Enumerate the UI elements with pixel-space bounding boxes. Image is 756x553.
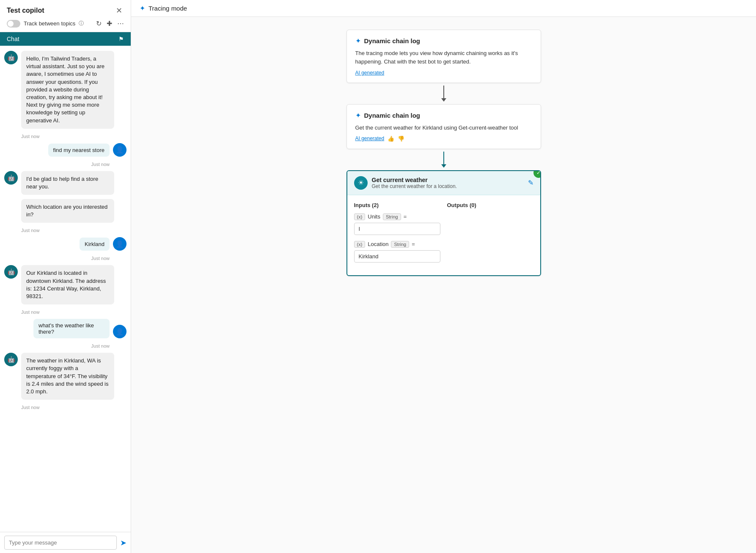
input-row-units: (x) Units String = I <box>354 213 440 235</box>
arrow-connector-1 <box>441 83 446 104</box>
info-icon[interactable]: ⓘ <box>79 20 84 27</box>
bot-message-row-1: 🤖 Hello, I'm Tailwind Traders, a virtual… <box>4 51 126 129</box>
timestamp-7: Just now <box>21 405 126 410</box>
close-button[interactable]: ✕ <box>114 6 124 15</box>
track-toggle[interactable] <box>7 20 20 28</box>
user-avatar-1: 👤 <box>113 143 126 157</box>
timestamp-3: Just now <box>21 228 126 233</box>
ai-generated-2[interactable]: AI generated <box>355 135 385 141</box>
tracing-icon: ✦ <box>140 4 145 12</box>
tool-title-block: Get current weather Get the current weat… <box>372 177 524 189</box>
user-message-row-1: find my nearest store 👤 <box>4 143 126 157</box>
chain-body-1: The tracing mode lets you view how dynam… <box>355 49 532 66</box>
chat-messages: 🤖 Hello, I'm Tailwind Traders, a virtual… <box>0 46 131 532</box>
add-icon[interactable]: ✚ <box>107 19 112 28</box>
ai-generated-1[interactable]: AI generated <box>355 70 385 76</box>
user-message-row-3: what's the weather like there? 👤 <box>4 319 126 338</box>
chat-tab-bar: Chat ⚑ <box>0 32 131 46</box>
chat-tab-label[interactable]: Chat <box>7 36 19 42</box>
input-tag-row-units: (x) Units String = <box>354 213 440 220</box>
flag-icon[interactable]: ⚑ <box>118 36 124 42</box>
arrow-connector-2 <box>441 149 446 170</box>
input-row-location: (x) Location String = Kirkland <box>354 241 440 263</box>
bot-message-row-5: 🤖 The weather in Kirkland, WA is current… <box>4 353 126 400</box>
bot-bubble-2: I'd be glad to help find a store near yo… <box>21 171 114 195</box>
bot-avatar-1: 🤖 <box>4 51 18 64</box>
outputs-section: Outputs (0) <box>447 202 533 268</box>
ai-generated-row-2: AI generated 👍 👎 <box>355 135 532 142</box>
bot-avatar-4: 🤖 <box>4 265 18 279</box>
timestamp-4: Just now <box>4 256 110 261</box>
timestamp-5: Just now <box>21 310 126 315</box>
tool-title: Get current weather <box>372 177 524 183</box>
user-message-row-2: Kirkland 👤 <box>4 237 126 251</box>
outputs-title: Outputs (0) <box>447 202 533 208</box>
chain-title-2: Dynamic chain log <box>364 112 421 119</box>
arrow-line-2 <box>443 152 444 164</box>
tracing-content: ✦ Dynamic chain log The tracing mode let… <box>131 17 756 289</box>
timestamp-6: Just now <box>4 343 110 348</box>
tool-card-header: ☀ Get current weather Get the current we… <box>347 171 540 195</box>
edit-icon[interactable]: ✎ <box>528 179 533 187</box>
user-bubble-2: Kirkland <box>80 238 110 251</box>
inputs-title: Inputs (2) <box>354 202 440 208</box>
arrow-line-1 <box>443 86 444 98</box>
inputs-section: Inputs (2) (x) Units String = I <box>354 202 440 268</box>
track-label: Track between topics <box>24 20 75 27</box>
bot-bubble-4: Our Kirkland is located in downtown Kirk… <box>21 265 114 304</box>
refresh-icon[interactable]: ↻ <box>96 19 102 28</box>
left-panel: Test copilot ✕ Track between topics ⓘ ↻ … <box>0 0 131 553</box>
chain-card-2-header: ✦ Dynamic chain log <box>355 111 532 119</box>
thumbup-icon[interactable]: 👍 <box>388 135 394 142</box>
chat-input-area: ➤ <box>0 532 131 553</box>
tag-x-units: (x) <box>354 213 366 220</box>
tag-type-location: String <box>391 241 409 248</box>
input-value-location: Kirkland <box>354 250 440 263</box>
user-bubble-1: find my nearest store <box>48 144 110 157</box>
tag-x-location: (x) <box>354 241 366 248</box>
thumbdown-icon[interactable]: 👎 <box>398 135 404 142</box>
tag-equals-units: = <box>404 213 407 220</box>
arrow-head-2 <box>441 164 446 168</box>
chain-card-1: ✦ Dynamic chain log The tracing mode let… <box>346 30 541 83</box>
sun-icon: ☀ <box>354 176 368 190</box>
bot-message-row-4: 🤖 Our Kirkland is located in downtown Ki… <box>4 265 126 304</box>
tool-card-body: Inputs (2) (x) Units String = I <box>347 195 540 275</box>
user-avatar-2: 👤 <box>113 237 126 251</box>
chain-title-1: Dynamic chain log <box>364 37 421 44</box>
send-button[interactable]: ➤ <box>120 538 126 547</box>
user-avatar-3: 👤 <box>113 325 126 338</box>
tool-subtitle: Get the current weather for a location. <box>372 183 524 189</box>
chain-card-2: ✦ Dynamic chain log Get the current weat… <box>346 104 541 149</box>
tag-label-units: Units <box>368 213 380 220</box>
input-value-units: I <box>354 223 440 235</box>
bot-bubble-1: Hello, I'm Tailwind Traders, a virtual a… <box>21 51 114 129</box>
tag-type-units: String <box>383 213 401 220</box>
right-panel: ✦ Tracing mode ✦ Dynamic chain log The t… <box>131 0 756 553</box>
chain-body-2: Get the current weather for Kirkland usi… <box>355 124 532 132</box>
bot-message-row-2: 🤖 I'd be glad to help find a store near … <box>4 171 126 195</box>
more-icon[interactable]: ⋯ <box>117 19 124 28</box>
bot-bubble-5: The weather in Kirkland, WA is currently… <box>21 353 114 400</box>
timestamp-2: Just now <box>4 162 110 167</box>
tool-card: ✓ ☀ Get current weather Get the current … <box>346 170 541 276</box>
input-tag-row-location: (x) Location String = <box>354 241 440 248</box>
bot-avatar-2: 🤖 <box>4 171 18 185</box>
tag-equals-location: = <box>412 241 415 247</box>
chain-card-1-header: ✦ Dynamic chain log <box>355 37 532 45</box>
app-title: Test copilot <box>7 7 44 14</box>
arrow-head-1 <box>441 98 446 102</box>
chain-icon-1: ✦ <box>355 37 361 45</box>
bot-bubble-3: Which location are you interested in? <box>21 199 114 223</box>
header-icons: ↻ ✚ ⋯ <box>96 19 124 28</box>
tracing-title: Tracing mode <box>148 5 187 12</box>
user-bubble-3: what's the weather like there? <box>33 319 110 338</box>
tracing-header: ✦ Tracing mode <box>131 0 756 17</box>
bot-avatar-5: 🤖 <box>4 353 18 366</box>
track-row: Track between topics ⓘ ↻ ✚ ⋯ <box>7 19 124 28</box>
chain-icon-2: ✦ <box>355 111 361 119</box>
bot-message-row-3: Which location are you interested in? <box>4 199 126 223</box>
timestamp-1: Just now <box>21 134 126 139</box>
chat-input[interactable] <box>4 536 117 550</box>
tag-label-location: Location <box>368 241 388 247</box>
